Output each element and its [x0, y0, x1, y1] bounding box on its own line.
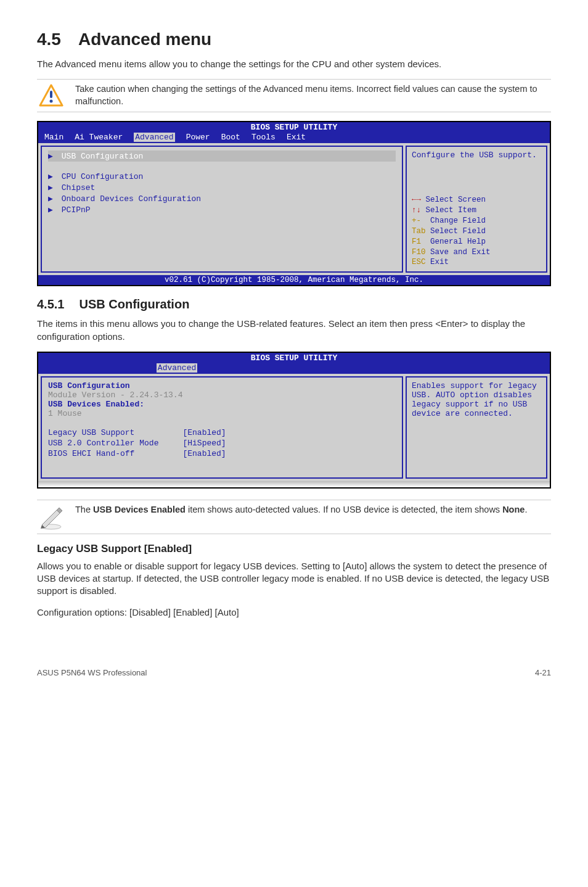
bios-title: BIOS SETUP UTILITY [38, 353, 550, 363]
subsection-title: USB Configuration [79, 297, 189, 311]
bios-key-row: +- Change Field [412, 216, 541, 226]
bios-right-panel: Enables support for legacy USB. AUTO opt… [406, 376, 547, 479]
bios-key-row: F1 General Help [412, 237, 541, 247]
info-text-part: item shows auto-detected values. If no U… [186, 505, 502, 514]
bios-menu-item: Exit [287, 133, 306, 142]
bios-left-panel: ▶ USB Configuration ▶ CPU Configuration▶… [41, 146, 403, 273]
option-heading: Legacy USB Support [Enabled] [37, 543, 551, 555]
svg-rect-1 [50, 91, 52, 98]
bios-key-row: ↑↓ Select Item [412, 205, 541, 216]
bios-key-row: Tab Select Field [412, 226, 541, 237]
bios-footer: v02.61 (C)Copyright 1985-2008, American … [38, 275, 550, 285]
footer-right: 4-21 [535, 668, 551, 677]
bios-screenshot-usb: BIOS SETUP UTILITY Advanced USB Configur… [37, 352, 551, 489]
bios-menu-item: Tools [251, 133, 276, 142]
bios-key-legend: ←→ Select Screen↑↓ Select Item+- Change … [412, 195, 541, 268]
page-footer: ASUS P5N64 WS Professional 4-21 [37, 668, 551, 677]
bios-item: ▶ Onboard Devices Configuration [48, 193, 396, 204]
bios-menu-item: Power [186, 133, 210, 142]
section-title: Advanced menu [78, 30, 211, 49]
info-text-part: . [525, 505, 527, 514]
bios-devices-label: USB Devices Enabled: [48, 400, 396, 409]
footer-left: ASUS P5N64 WS Professional [37, 668, 147, 677]
bios-item: ▶ Chipset [48, 182, 396, 193]
bios-right-panel: Configure the USB support. ←→ Select Scr… [406, 146, 547, 273]
bios-menu-active: Advanced [157, 363, 197, 373]
bios-screenshot-advanced: BIOS SETUP UTILITY MainAi TweakerAdvance… [37, 121, 551, 286]
option-description: Allows you to enable or disable support … [37, 560, 551, 598]
bios-bottom-fade [38, 481, 550, 487]
bios-menu-item: Main [44, 133, 63, 142]
bios-help-text: Configure the USB support. [412, 151, 541, 160]
bios-setting-row: BIOS EHCI Hand-off [Enabled] [48, 448, 396, 459]
caution-box: Take caution when changing the settings … [37, 79, 551, 112]
bios-setting-row: Legacy USB Support [Enabled] [48, 427, 396, 438]
option-config: Configuration options: [Disabled] [Enabl… [37, 606, 551, 619]
bios-menu-bar: MainAi TweakerAdvancedPowerBootToolsExit [38, 133, 550, 143]
info-text-bold: None [502, 505, 525, 514]
caution-text: Take caution when changing the settings … [75, 83, 551, 107]
info-box: The USB Devices Enabled item shows auto-… [37, 500, 551, 534]
intro-paragraph: The Advanced menu items allow you to cha… [37, 58, 551, 70]
bios-menu-bar: Advanced [38, 363, 550, 374]
svg-point-2 [50, 100, 53, 103]
usbconf-paragraph: The items in this menu allows you to cha… [37, 318, 551, 343]
bios-menu-item: Advanced [134, 133, 174, 142]
caution-icon [37, 83, 65, 108]
info-text: The USB Devices Enabled item shows auto-… [75, 504, 527, 516]
bios-menu-item: Boot [221, 133, 240, 142]
bios-item: ▶ USB Configuration [48, 151, 396, 162]
bios-menu-item: Ai Tweaker [75, 133, 123, 142]
section-number: 4.5 [37, 30, 61, 49]
bios-key-row: ESC Exit [412, 257, 541, 268]
bios-help-text: Enables support for legacy USB. AUTO opt… [412, 381, 541, 418]
bios-item: ▶ CPU Configuration [48, 171, 396, 182]
bios-module-version: Module Version - 2.24.3-13.4 [48, 390, 396, 400]
info-text-part: The [75, 505, 93, 514]
bios-devices-value: 1 Mouse [48, 409, 396, 418]
bios-key-row: ←→ Select Screen [412, 195, 541, 205]
page-heading: 4.5Advanced menu [37, 30, 551, 49]
bios-title: BIOS SETUP UTILITY [38, 122, 550, 133]
bios-section-title: USB Configuration [48, 381, 396, 390]
info-text-bold: USB Devices Enabled [93, 505, 186, 514]
pencil-icon [37, 504, 65, 530]
bios-setting-row: USB 2.0 Controller Mode [HiSpeed] [48, 438, 396, 448]
subsection-heading: 4.5.1USB Configuration [37, 297, 551, 311]
bios-left-panel: USB ConfigurationModule Version - 2.24.3… [41, 376, 403, 479]
subsection-number: 4.5.1 [37, 297, 64, 311]
bios-key-row: F10 Save and Exit [412, 247, 541, 258]
bios-item: ▶ PCIPnP [48, 204, 396, 215]
